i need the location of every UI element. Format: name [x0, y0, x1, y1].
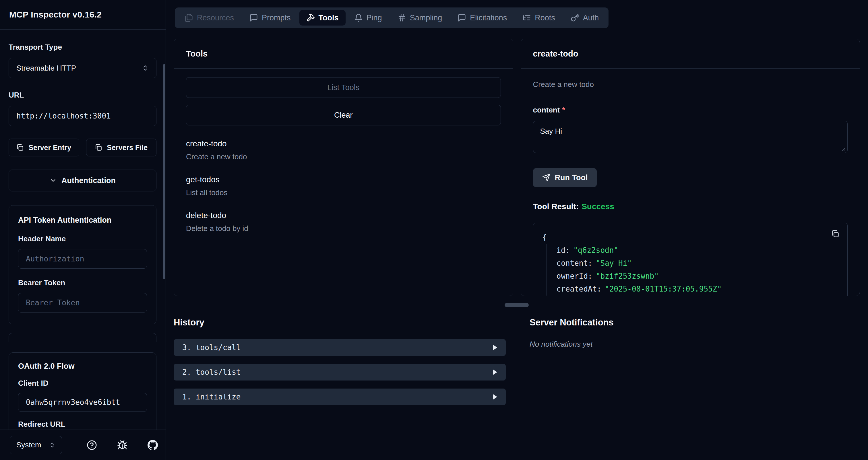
history-item-label: 1. initialize	[182, 393, 241, 401]
tool-name: delete-todo	[186, 211, 501, 220]
clear-tools-label: Clear	[334, 111, 353, 120]
app-title: MCP Inspector v0.16.2	[9, 10, 102, 20]
copy-result-button[interactable]	[831, 230, 839, 238]
tab-elicitations-label: Elicitations	[470, 13, 507, 22]
debug-button[interactable]	[117, 440, 127, 450]
theme-select-value: System	[17, 440, 41, 449]
server-entry-button[interactable]: Server Entry	[9, 139, 79, 156]
tools-panel-body: List Tools Clear create-todo Create a ne…	[174, 69, 513, 296]
json-value: "q6z2sodn"	[573, 246, 618, 255]
bearer-token-input[interactable]	[26, 298, 139, 307]
header-name-label: Header Name	[18, 234, 147, 243]
tab-prompts[interactable]: Prompts	[243, 10, 298, 26]
list-tools-label: List Tools	[327, 83, 360, 92]
tool-detail-header: create-todo	[521, 39, 860, 69]
json-key: id:	[557, 246, 570, 255]
content-textarea[interactable]: Say Hi	[533, 121, 848, 153]
history-item-label: 3. tools/call	[182, 343, 241, 352]
tab-sampling[interactable]: Sampling	[391, 10, 449, 26]
tool-detail-title: create-todo	[533, 49, 578, 59]
sidebar-scroll-area: Transport Type Streamable HTTP URL Serve…	[0, 30, 166, 430]
github-button[interactable]	[148, 440, 158, 450]
tool-result-json: { id:"q6z2sodn" content:"Say Hi" ownerId…	[533, 223, 848, 296]
tool-result-line: Tool Result:Success	[533, 202, 848, 211]
copy-icon	[17, 144, 24, 151]
tab-auth[interactable]: Auth	[564, 10, 606, 26]
help-button[interactable]	[87, 440, 97, 450]
authentication-toggle[interactable]: Authentication	[9, 170, 156, 191]
oauth-flow-heading: OAuth 2.0 Flow	[18, 362, 147, 371]
transport-type-select[interactable]: Streamable HTTP	[9, 58, 156, 78]
tab-prompts-label: Prompts	[262, 13, 291, 22]
url-input[interactable]	[17, 111, 149, 120]
help-circle-icon	[87, 440, 97, 450]
tab-tools-label: Tools	[319, 13, 339, 22]
tab-ping-label: Ping	[367, 13, 382, 22]
history-item-tools-list[interactable]: 2. tools/list	[174, 364, 506, 381]
tool-detail-panel: create-todo Create a new todo content* S…	[521, 39, 860, 296]
json-open-brace: {	[542, 231, 838, 244]
tools-panel: Tools List Tools Clear create-todo Creat…	[174, 39, 513, 296]
tab-roots[interactable]: Roots	[516, 10, 562, 26]
server-notifications-heading: Server Notifications	[530, 317, 868, 328]
url-input-wrap	[9, 106, 156, 126]
expand-triangle-icon	[493, 369, 497, 375]
tab-elicitations[interactable]: Elicitations	[451, 10, 514, 26]
json-key: ownerId:	[557, 272, 592, 281]
bearer-token-input-wrap	[18, 293, 147, 313]
tab-ping[interactable]: Ping	[347, 10, 389, 26]
transport-type-value: Streamable HTTP	[17, 64, 76, 73]
bearer-token-label: Bearer Token	[18, 278, 147, 287]
sidebar-footer: System	[0, 430, 166, 460]
split-drag-handle[interactable]	[505, 303, 529, 307]
copy-icon	[831, 230, 839, 238]
server-entry-label: Server Entry	[28, 143, 71, 152]
tab-auth-label: Auth	[583, 13, 599, 22]
header-name-input[interactable]	[26, 255, 139, 263]
redirect-url-label: Redirect URL	[18, 420, 147, 429]
history-item-tools-call[interactable]: 3. tools/call	[174, 339, 506, 356]
json-row: content:"Say Hi"	[557, 257, 838, 270]
tools-panel-title: Tools	[186, 49, 208, 59]
tab-roots-label: Roots	[535, 13, 555, 22]
url-section: URL	[9, 91, 156, 126]
tool-list-item-delete-todo[interactable]: delete-todo Delete a todo by id	[186, 211, 501, 233]
api-token-auth-heading: API Token Authentication	[18, 216, 147, 225]
tab-tools[interactable]: Tools	[299, 10, 346, 26]
servers-file-label: Servers File	[107, 143, 148, 152]
clipped-card-edge	[9, 333, 156, 342]
history-item-initialize[interactable]: 1. initialize	[174, 389, 506, 405]
tool-list-item-create-todo[interactable]: create-todo Create a new todo	[186, 139, 501, 161]
list-tools-button[interactable]: List Tools	[186, 77, 501, 98]
json-value: "2025-08-01T15:37:05.955Z"	[605, 285, 722, 293]
history-item-label: 2. tools/list	[182, 368, 241, 376]
run-tool-label: Run Tool	[555, 173, 588, 182]
required-marker: *	[562, 106, 565, 114]
notifications-empty-message: No notifications yet	[530, 340, 868, 349]
copy-icon	[95, 144, 102, 151]
json-value: "bzif253zswnb"	[596, 272, 659, 281]
clear-tools-button[interactable]: Clear	[186, 105, 501, 125]
tabbar: Resources Prompts Tools Ping Sampling El…	[175, 7, 609, 28]
json-entries: id:"q6z2sodn" content:"Say Hi" ownerId:"…	[547, 244, 838, 296]
tool-name: get-todos	[186, 175, 501, 184]
oauth-flow-card: OAuth 2.0 Flow Client ID Redirect URL Sc…	[9, 352, 156, 430]
message-square-icon	[458, 13, 466, 22]
list-tree-icon	[522, 13, 531, 22]
json-row: ownerId:"bzif253zswnb"	[557, 270, 838, 283]
expand-triangle-icon	[493, 344, 497, 350]
client-id-input[interactable]	[26, 398, 139, 406]
key-icon	[570, 13, 579, 22]
tool-detail-description: Create a new todo	[533, 80, 848, 89]
run-tool-button[interactable]: Run Tool	[533, 168, 597, 187]
tab-resources: Resources	[178, 10, 241, 26]
tool-list-item-get-todos[interactable]: get-todos List all todos	[186, 175, 501, 197]
client-id-label: Client ID	[18, 379, 147, 388]
tools-panel-header: Tools	[174, 39, 513, 69]
sidebar-scrollbar-thumb[interactable]	[163, 64, 165, 279]
bottom-panels: History 3. tools/call 2. tools/list 1. i…	[166, 305, 868, 460]
tab-resources-label: Resources	[197, 13, 234, 22]
servers-file-button[interactable]: Servers File	[86, 139, 157, 156]
bug-icon	[117, 440, 127, 450]
theme-select[interactable]: System	[10, 436, 62, 454]
